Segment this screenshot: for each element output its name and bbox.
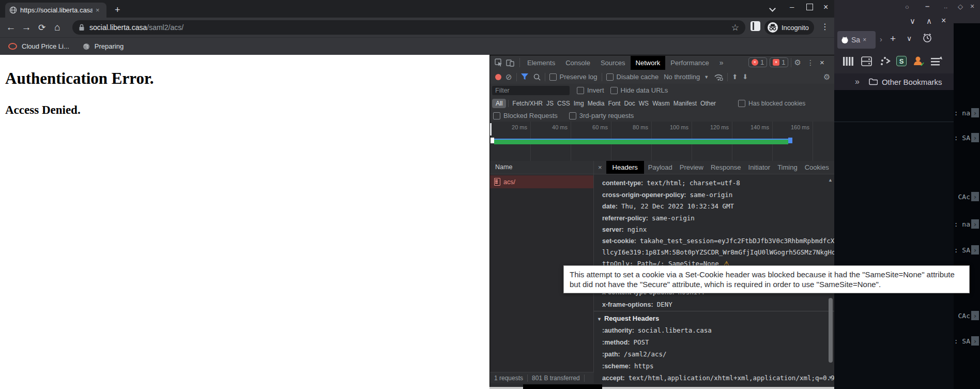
tab-close-icon[interactable]: × — [96, 6, 100, 14]
devtools-settings-icon[interactable]: ⚙ — [794, 58, 801, 67]
issues-badge[interactable]: × 1 — [770, 57, 788, 67]
chip-other[interactable]: Other — [700, 100, 716, 107]
fold-icon[interactable]: › — [971, 245, 979, 255]
account-extension-icon[interactable]: ✓ — [913, 55, 925, 67]
mini-restore-icon[interactable]: ◇ — [958, 3, 963, 10]
search-icon[interactable] — [533, 73, 541, 81]
record-button[interactable] — [495, 74, 501, 80]
reload-button[interactable]: ⟳ — [34, 22, 50, 33]
alarm-clock-icon[interactable] — [922, 33, 932, 43]
scrollbar-thumb[interactable] — [829, 298, 833, 363]
bookmarks-overflow-icon[interactable]: » — [855, 77, 860, 86]
panel-expand-icon[interactable]: ∧ — [926, 17, 932, 26]
fold-icon[interactable]: › — [971, 133, 979, 142]
scroll-down-icon[interactable]: ▼ — [828, 375, 833, 380]
console-error-badge[interactable]: × 1 — [748, 57, 767, 67]
network-conditions-icon[interactable] — [714, 73, 723, 81]
details-tab-preview[interactable]: Preview — [677, 161, 707, 174]
chip-fetch-xhr[interactable]: Fetch/XHR — [512, 100, 543, 107]
chip-wasm[interactable]: Wasm — [652, 100, 670, 107]
back-button[interactable]: ← — [3, 22, 19, 33]
details-tab-initiator[interactable]: Initiator — [745, 161, 774, 174]
panel-collapse-icon[interactable]: ∨ — [910, 17, 915, 26]
devtools-tab-performance[interactable]: Performance — [665, 56, 714, 70]
import-har-icon[interactable]: ⬆ — [732, 73, 738, 81]
fence-extension-icon[interactable] — [843, 56, 854, 66]
details-close-icon[interactable]: × — [598, 163, 602, 171]
bookmark-cloud-price[interactable]: Cloud Price Li... — [22, 42, 69, 50]
devtools-tab-console[interactable]: Console — [560, 56, 595, 70]
fold-icon[interactable]: › — [971, 108, 979, 117]
chip-js[interactable]: JS — [546, 100, 554, 107]
browser-menu-icon[interactable]: ⋮ — [821, 22, 829, 32]
chip-css[interactable]: CSS — [557, 100, 570, 107]
details-tab-response[interactable]: Response — [708, 161, 744, 174]
inspect-element-icon[interactable] — [495, 58, 503, 67]
has-blocked-cookies-checkbox[interactable] — [738, 100, 745, 107]
chip-ws[interactable]: WS — [639, 100, 649, 107]
devtools-menu-icon[interactable]: ⋮ — [807, 58, 814, 67]
clear-icon[interactable]: ⊘ — [506, 72, 512, 82]
details-tab-cookies[interactable]: Cookies — [802, 161, 832, 174]
chip-doc[interactable]: Doc — [624, 100, 635, 107]
export-har-icon[interactable]: ⬇ — [742, 73, 748, 81]
mini-more-icon[interactable]: ‥ — [944, 3, 947, 10]
fold-icon[interactable]: › — [971, 192, 979, 201]
url-bar[interactable]: social.liberta.casa/saml2/acs/ ☆ — [72, 20, 745, 35]
throttling-dropdown-icon[interactable]: ▼ — [704, 74, 709, 80]
filter-input[interactable]: Filter — [492, 86, 570, 95]
mini-search-icon[interactable]: ○ — [905, 3, 909, 11]
filter-funnel-icon[interactable] — [521, 73, 528, 80]
firefox-tab-list-icon[interactable]: ∨ — [907, 34, 912, 42]
menu-extension-icon[interactable] — [930, 56, 943, 66]
other-bookmarks-label[interactable]: Other Bookmarks — [882, 78, 942, 86]
tab-overflow-chevron-icon[interactable]: › — [880, 35, 882, 43]
network-overview[interactable]: 20 ms 40 ms 60 ms 80 ms 100 ms 120 ms 14… — [490, 122, 835, 161]
steamdb-extension-icon[interactable]: S — [896, 56, 907, 66]
chip-img[interactable]: Img — [574, 100, 584, 107]
dots-extension-icon[interactable] — [880, 56, 891, 66]
details-tab-payload[interactable]: Payload — [645, 161, 676, 174]
forward-button[interactable]: → — [19, 22, 34, 33]
firefox-tab[interactable]: Sa × — [837, 31, 876, 49]
devtools-tab-elements[interactable]: Elements — [522, 56, 560, 70]
fold-icon[interactable]: › — [971, 336, 979, 346]
chip-manifest[interactable]: Manifest — [673, 100, 697, 107]
overview-left-handle[interactable] — [490, 123, 492, 136]
fold-icon[interactable]: › — [971, 219, 979, 229]
section-collapse-icon[interactable]: ▼ — [597, 317, 602, 322]
firefox-tab-close-icon[interactable]: × — [863, 36, 866, 43]
preserve-log-checkbox[interactable] — [549, 73, 557, 81]
server-extension-icon[interactable] — [861, 56, 872, 66]
firefox-new-tab-button[interactable]: + — [890, 33, 896, 44]
mini-minimize-icon[interactable]: – — [925, 2, 929, 10]
throttling-select[interactable]: No throttling — [664, 73, 700, 81]
window-close-button[interactable]: × — [823, 3, 828, 11]
third-party-checkbox[interactable] — [569, 112, 576, 119]
request-headers-section[interactable]: ▼Request Headers — [597, 315, 659, 322]
scroll-up-icon[interactable]: ▲ — [828, 177, 833, 183]
hide-data-urls-checkbox[interactable] — [610, 87, 618, 94]
window-maximize-button[interactable] — [806, 4, 813, 10]
chip-font[interactable]: Font — [608, 100, 620, 107]
devtools-more-tabs-icon[interactable]: » — [714, 56, 729, 70]
window-minimize-button[interactable]: – — [790, 3, 794, 10]
device-toolbar-icon[interactable] — [506, 58, 514, 67]
network-settings-icon[interactable]: ⚙ — [823, 72, 830, 82]
devtools-close-icon[interactable]: × — [820, 58, 824, 67]
bookmark-preparing[interactable]: Preparing — [95, 42, 124, 50]
details-tab-timing[interactable]: Timing — [774, 161, 801, 174]
details-tab-headers[interactable]: Headers — [606, 161, 644, 174]
mini-close-icon[interactable]: × — [970, 2, 974, 10]
chip-all[interactable]: All — [492, 99, 506, 108]
new-tab-button[interactable]: + — [115, 5, 120, 14]
bookmark-star-icon[interactable]: ☆ — [731, 22, 739, 33]
disable-cache-checkbox[interactable] — [606, 73, 614, 81]
name-column-header[interactable]: Name — [490, 161, 593, 174]
home-button[interactable]: ⌂ — [50, 22, 65, 33]
invert-checkbox[interactable] — [577, 87, 584, 94]
devtools-tab-sources[interactable]: Sources — [595, 56, 631, 70]
request-row-acs[interactable]: acs/ — [490, 175, 593, 188]
side-panel-icon[interactable] — [751, 21, 760, 31]
tab-search-chevron-icon[interactable] — [770, 4, 775, 12]
